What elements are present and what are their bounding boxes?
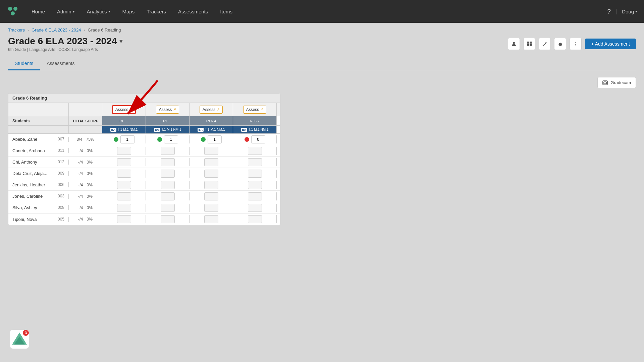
- score-input-empty[interactable]: [161, 147, 175, 155]
- score-input-empty[interactable]: [117, 158, 131, 166]
- tab-assessments[interactable]: Assessments: [40, 57, 81, 70]
- settings-icon-button[interactable]: [554, 38, 566, 50]
- tab-students[interactable]: Students: [8, 57, 40, 70]
- group-header: Grade 6 Reading: [8, 94, 280, 103]
- score-cell-6-1: [146, 204, 190, 212]
- layout-icon-button[interactable]: [523, 38, 535, 50]
- page-subtitle: 6th Grade | Language Arts | CCSS: Langua…: [8, 47, 122, 52]
- add-assessment-button[interactable]: + Add Assessment: [585, 39, 636, 49]
- breadcrumb-trackers[interactable]: Trackers: [8, 27, 25, 33]
- score-input-empty[interactable]: [204, 215, 218, 223]
- score-cell-3-2: [190, 170, 233, 178]
- score-input[interactable]: [164, 135, 178, 143]
- score-input[interactable]: [120, 135, 135, 143]
- score-input-empty[interactable]: [248, 204, 262, 212]
- notification-badge: 3: [23, 330, 29, 336]
- score-input-empty[interactable]: [117, 204, 131, 212]
- nav-admin[interactable]: Admin ▾: [51, 0, 81, 23]
- score-input-empty[interactable]: [248, 147, 262, 155]
- assess-button-2[interactable]: Assess ↗: [156, 106, 179, 114]
- assess-button-4[interactable]: Assess ↗: [243, 106, 267, 114]
- app-logo[interactable]: [7, 5, 19, 17]
- score-input-empty[interactable]: [161, 215, 175, 223]
- student-name-cell: Jenkins, Heather006: [8, 182, 69, 187]
- score-cell-4-3: [233, 181, 277, 189]
- score-input[interactable]: [208, 135, 222, 143]
- table-row: Tiponi, Nova005-/4 0%: [8, 214, 280, 225]
- student-name: Abebe, Zane: [12, 137, 37, 142]
- nav-items[interactable]: Items: [214, 0, 238, 23]
- score-input-empty[interactable]: [248, 170, 262, 178]
- content-area: Gradecam Grade 6 Reading Assess ↗: [0, 70, 644, 232]
- total-score-cell: -/4 0%: [69, 148, 102, 153]
- nav-assessments[interactable]: Assessments: [172, 0, 214, 23]
- page-actions: ⋮ + Add Assessment: [508, 38, 636, 50]
- student-id: 005: [58, 217, 64, 222]
- score-dot: [245, 137, 249, 142]
- score-input[interactable]: [251, 135, 265, 143]
- student-id: 003: [58, 194, 64, 199]
- more-options-button[interactable]: ⋮: [570, 38, 582, 50]
- export-icon: ↗: [260, 107, 263, 112]
- score-input-empty[interactable]: [161, 181, 175, 189]
- score-input-empty[interactable]: [117, 170, 131, 178]
- score-input-empty[interactable]: [204, 181, 218, 189]
- score-input-empty[interactable]: [161, 158, 175, 166]
- standard-headers: Students TOTAL SCORE RL.... RL.... RI.6.…: [8, 116, 280, 126]
- gradecam-button[interactable]: Gradecam: [597, 77, 636, 88]
- score-cell-3-3: [233, 170, 277, 178]
- score-dot: [114, 137, 118, 142]
- page-title[interactable]: Grade 6 ELA 2023 - 2024 ▾: [8, 36, 122, 47]
- table-row: Dela Cruz, Aleja...009-/4 0%: [8, 168, 280, 179]
- score-input-empty[interactable]: [117, 147, 131, 155]
- score-input-empty[interactable]: [204, 147, 218, 155]
- assess-button-3[interactable]: Assess ↗: [200, 106, 223, 114]
- score-input-empty[interactable]: [117, 181, 131, 189]
- score-input-empty[interactable]: [161, 204, 175, 212]
- score-input-empty[interactable]: [204, 204, 218, 212]
- nav-maps[interactable]: Maps: [116, 0, 141, 23]
- student-name-cell: Silva, Ashley008: [8, 205, 69, 210]
- score-input-empty[interactable]: [204, 192, 218, 200]
- score-cell-7-3: [233, 215, 277, 223]
- breadcrumb-sep: ›: [28, 28, 29, 33]
- floating-app-icon[interactable]: 3: [10, 330, 29, 349]
- score-input-empty[interactable]: [117, 215, 131, 223]
- help-icon[interactable]: ?: [607, 8, 611, 15]
- nav-analytics[interactable]: Analytics ▾: [81, 0, 116, 23]
- user-icon-button[interactable]: [508, 38, 520, 50]
- score-input-empty[interactable]: [117, 192, 131, 200]
- breadcrumb-grade6-ela[interactable]: Grade 6 ELA 2023 - 2024: [32, 27, 81, 33]
- score-input-empty[interactable]: [161, 192, 175, 200]
- score-input-empty[interactable]: [248, 158, 262, 166]
- score-input-empty[interactable]: [248, 215, 262, 223]
- chevron-down-icon: ▾: [635, 9, 637, 14]
- total-score-cell: -/4 0%: [69, 183, 102, 187]
- user-menu[interactable]: Doug ▾: [616, 9, 637, 14]
- title-dropdown-icon[interactable]: ▾: [119, 38, 122, 45]
- score-cell-0-1: [146, 135, 190, 143]
- user-name: Doug: [622, 9, 634, 14]
- student-id: 008: [58, 205, 64, 210]
- student-id: 009: [58, 171, 64, 176]
- tools-icon-button[interactable]: [539, 38, 551, 50]
- tags-3: EA T:1 M:1 NM:1: [190, 126, 233, 133]
- total-score-cell: 3/4 75%: [69, 137, 102, 142]
- tag-headers: EA T:1 M:1 NM:1 EA T:1 M:1 NM:1 EA T:1 M…: [8, 126, 280, 134]
- page-title-area: Grade 6 ELA 2023 - 2024 ▾ 6th Grade | La…: [8, 36, 122, 52]
- score-input-empty[interactable]: [248, 192, 262, 200]
- score-cell-5-1: [146, 192, 190, 200]
- nav-trackers[interactable]: Trackers: [141, 0, 172, 23]
- score-input-empty[interactable]: [204, 170, 218, 178]
- standard-3: RI.6.4: [190, 116, 233, 125]
- score-input-empty[interactable]: [248, 181, 262, 189]
- student-name-cell: Jones, Caroline003: [8, 194, 69, 199]
- assess-button-1[interactable]: Assess ↗: [112, 105, 136, 114]
- table-row: Jenkins, Heather006-/4 0%: [8, 179, 280, 191]
- breadcrumb-current: Grade 6 Reading: [88, 27, 121, 33]
- score-input-empty[interactable]: [204, 158, 218, 166]
- score-cell-4-0: [102, 181, 146, 189]
- nav-home[interactable]: Home: [25, 0, 51, 23]
- student-name-cell: Abebe, Zane007: [8, 137, 69, 142]
- score-input-empty[interactable]: [161, 170, 175, 178]
